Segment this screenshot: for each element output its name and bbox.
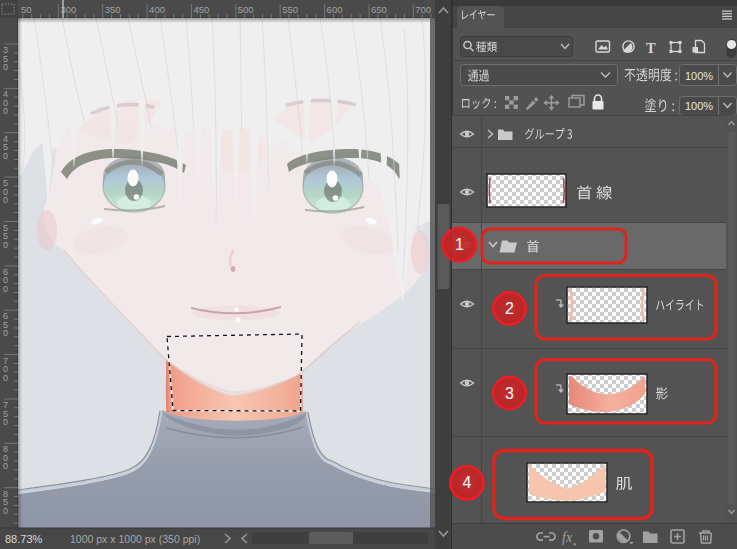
svg-text:0: 0 (3, 195, 8, 205)
svg-text:fx: fx (562, 530, 573, 545)
svg-text:4: 4 (463, 474, 472, 491)
svg-text:700: 700 (415, 4, 431, 15)
svg-text:500: 500 (238, 4, 254, 15)
svg-text:350: 350 (105, 4, 121, 15)
svg-text:400: 400 (149, 4, 165, 15)
svg-text:0: 0 (3, 240, 8, 250)
svg-text:100%: 100% (685, 100, 713, 112)
svg-text:1000 px x 1000 px (350 ppi): 1000 px x 1000 px (350 ppi) (70, 533, 200, 545)
svg-text:550: 550 (282, 4, 298, 15)
svg-text:T: T (646, 40, 656, 56)
svg-text:100%: 100% (685, 70, 713, 82)
svg-text:0: 0 (3, 373, 8, 383)
svg-text:0: 0 (3, 62, 8, 72)
svg-text:600: 600 (327, 4, 343, 15)
svg-text:650: 650 (371, 4, 387, 15)
svg-text:50: 50 (21, 4, 32, 15)
svg-text:3: 3 (505, 385, 514, 402)
svg-text:2: 2 (505, 300, 514, 317)
svg-text:0: 0 (3, 417, 8, 427)
svg-text:0: 0 (3, 461, 8, 471)
svg-text:0: 0 (3, 151, 8, 161)
svg-text:1: 1 (455, 236, 464, 253)
svg-text:88.73%: 88.73% (5, 533, 43, 545)
svg-text:0: 0 (3, 506, 8, 516)
svg-text:0: 0 (3, 284, 8, 294)
svg-text:0: 0 (3, 328, 8, 338)
svg-text:0: 0 (3, 106, 8, 116)
svg-text:450: 450 (194, 4, 210, 15)
